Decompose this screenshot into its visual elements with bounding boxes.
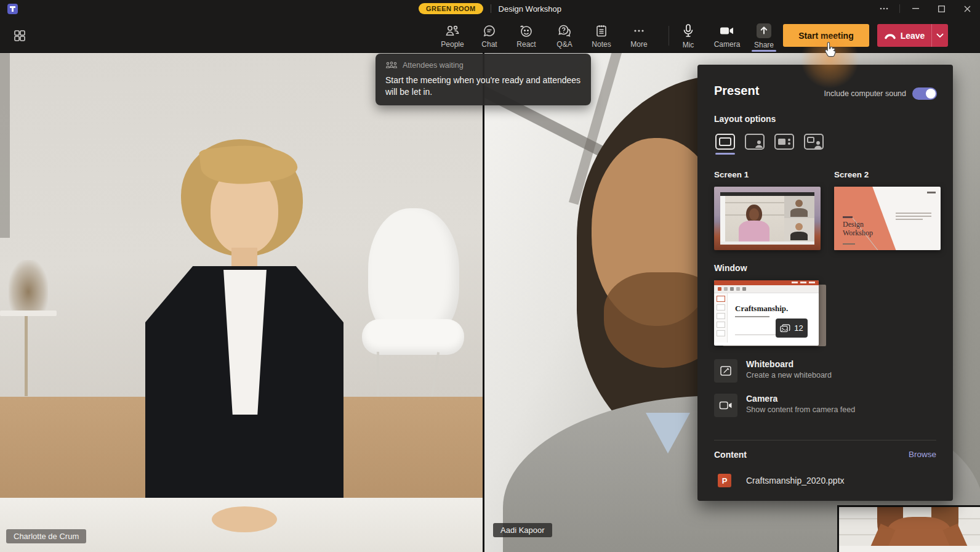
chat-button[interactable]: Chat <box>472 21 507 51</box>
people-label: People <box>441 40 464 49</box>
layout-selected-indicator <box>715 153 735 155</box>
attendees-waiting-tooltip: Attendees waiting Start the meeting when… <box>376 54 591 105</box>
share-active-indicator <box>752 50 776 52</box>
qa-label: Q&A <box>556 40 572 49</box>
present-heading: Present <box>714 84 759 98</box>
layout-option-reporter[interactable] <box>803 131 825 152</box>
window-frame-decor <box>0 53 10 238</box>
react-button[interactable]: React <box>508 21 544 51</box>
window-slide-title: Craftsmanship. <box>735 304 788 314</box>
whiteboard-title: Whiteboard <box>746 359 832 369</box>
camera-content-icon <box>719 400 733 411</box>
mic-icon <box>681 23 696 39</box>
qa-button[interactable]: Q&A <box>547 21 582 51</box>
window-heading: Window <box>714 263 747 273</box>
present-panel: Present Include computer sound Layout op… <box>697 65 953 501</box>
name-tag-aadi: Aadi Kapoor <box>493 523 552 537</box>
plant-decor <box>9 260 48 313</box>
camera-button[interactable]: Camera <box>709 21 745 51</box>
screen1-label: Screen 1 <box>714 170 749 179</box>
more-button[interactable]: More <box>621 21 657 51</box>
start-meeting-button[interactable]: Start meeting <box>783 24 869 47</box>
screen1-thumbnail[interactable] <box>714 187 821 250</box>
more-icon <box>632 23 646 38</box>
chat-label: Chat <box>481 40 497 49</box>
mic-button[interactable]: Mic <box>670 21 706 51</box>
chevron-down-icon <box>936 33 944 38</box>
camera-icon <box>718 23 736 38</box>
more-label: More <box>630 40 647 49</box>
title-bar: GREEN ROOM Design Workshop <box>0 0 980 17</box>
slides-stack-icon <box>780 324 790 333</box>
computer-sound-label: Include computer sound <box>824 89 906 98</box>
people-button[interactable]: People <box>435 21 470 51</box>
layout-content-only-icon <box>715 133 736 150</box>
leave-options-button[interactable] <box>931 24 948 47</box>
layout-standout-icon <box>744 133 765 150</box>
content-heading: Content <box>714 450 747 460</box>
share-button[interactable]: Share <box>746 21 782 51</box>
minimize-icon[interactable] <box>902 0 928 17</box>
tooltip-title: Attendees waiting <box>403 61 464 70</box>
attendees-icon <box>385 61 398 70</box>
content-file-row[interactable]: P Craftsmanship_2020.pptx <box>718 474 845 487</box>
layout-option-content-only[interactable] <box>714 131 736 152</box>
maximize-icon[interactable] <box>928 0 954 17</box>
layout-side-by-side-icon <box>774 133 795 150</box>
slide-count-badge: 12 <box>776 319 808 338</box>
camera-content-title: Camera <box>746 394 855 404</box>
leave-label: Leave <box>901 31 925 41</box>
camera-content-option[interactable]: Camera Show content from camera feed <box>714 394 936 418</box>
titlebar-divider <box>491 4 491 13</box>
titlebar-separator <box>899 4 900 13</box>
screen2-thumbnail[interactable]: Design Workshop <box>834 187 941 250</box>
name-tag-charlotte: Charlotte de Crum <box>6 529 86 543</box>
toolbar-divider <box>669 26 669 46</box>
window-thumbnail[interactable]: Craftsmanship. 12 <box>714 280 827 349</box>
whiteboard-option[interactable]: Whiteboard Create a new whiteboard <box>714 359 936 384</box>
qa-icon <box>556 23 572 38</box>
close-icon[interactable] <box>954 0 980 17</box>
gallery-view-button[interactable] <box>6 21 33 51</box>
share-icon <box>755 23 773 39</box>
video-tile-charlotte[interactable]: Charlotte de Crum <box>0 53 483 552</box>
hang-up-icon <box>884 32 896 39</box>
tooltip-body: Start the meeting when you're ready and … <box>385 75 581 98</box>
powerpoint-file-icon: P <box>718 474 731 487</box>
slide-count-value: 12 <box>794 323 803 333</box>
meeting-toolbar: People Chat React Q&A Not <box>0 17 980 53</box>
green-room-badge: GREEN ROOM <box>419 3 483 14</box>
video-tile-corner[interactable] <box>837 505 980 552</box>
notes-icon <box>594 23 609 38</box>
mic-label: Mic <box>683 41 694 49</box>
notes-label: Notes <box>592 40 611 49</box>
whiteboard-subtitle: Create a new whiteboard <box>746 371 832 380</box>
meeting-title: Design Workshop <box>499 4 561 14</box>
leave-button[interactable]: Leave <box>877 24 931 47</box>
layout-option-standout[interactable] <box>744 131 766 152</box>
side-table-decor <box>0 310 57 316</box>
chat-icon <box>482 23 497 38</box>
react-icon <box>518 23 534 38</box>
share-label: Share <box>754 41 774 49</box>
camera-label: Camera <box>714 40 741 49</box>
people-icon <box>444 23 460 38</box>
meeting-window-preview <box>720 192 814 245</box>
notes-button[interactable]: Notes <box>584 21 619 51</box>
layout-option-side-by-side[interactable] <box>773 131 795 152</box>
layout-reporter-icon <box>803 133 824 150</box>
whiteboard-icon <box>720 365 732 377</box>
computer-sound-toggle[interactable] <box>912 87 937 100</box>
screen2-label: Screen 2 <box>834 170 869 179</box>
panel-divider <box>714 440 936 440</box>
react-label: React <box>516 40 536 49</box>
titlebar-more-icon[interactable] <box>871 0 897 17</box>
slide-logo-decor <box>927 192 936 193</box>
layout-options-heading: Layout options <box>714 114 776 124</box>
screen2-slide-title: Design Workshop <box>843 221 886 238</box>
browse-link[interactable]: Browse <box>909 450 936 459</box>
content-file-name: Craftsmanship_2020.pptx <box>746 476 845 485</box>
camera-content-subtitle: Show content from camera feed <box>746 405 855 414</box>
